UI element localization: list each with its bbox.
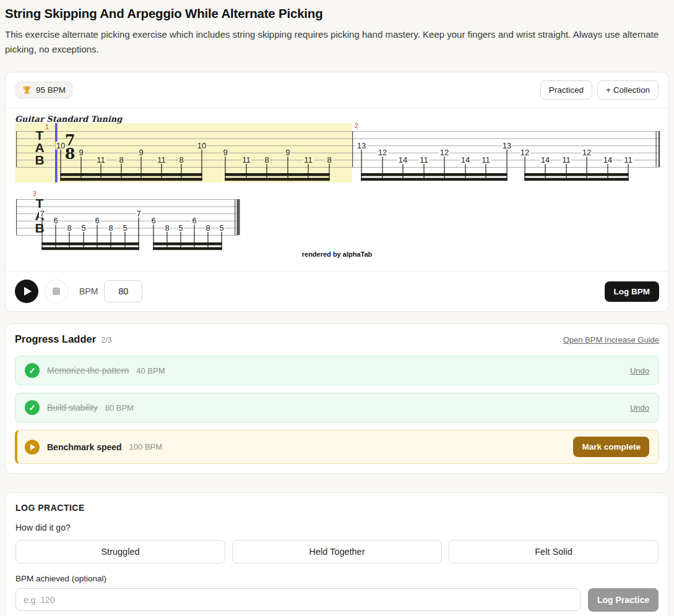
svg-text:14: 14 [541, 155, 550, 165]
ladder-progress-count: 2/3 [101, 336, 111, 344]
svg-text:14: 14 [603, 155, 612, 165]
svg-text:7: 7 [40, 209, 44, 218]
log-practice-title: LOG PRACTICE [15, 503, 659, 513]
svg-text:14: 14 [461, 155, 470, 165]
ladder-title: Progress Ladder [15, 333, 96, 345]
bpm-achieved-label: BPM achieved (optional) [15, 574, 659, 583]
progress-ladder-card: Progress Ladder 2/3 Open BPM Increase Gu… [5, 323, 669, 474]
best-bpm-value: 95 BPM [36, 85, 66, 95]
svg-text:11: 11 [242, 155, 251, 165]
svg-text:11: 11 [157, 155, 166, 165]
log-practice-question: How did it go? [15, 523, 659, 533]
svg-text:6: 6 [192, 216, 196, 225]
svg-text:12: 12 [582, 148, 591, 157]
log-practice-button[interactable]: Log Practice [588, 588, 659, 612]
svg-text:11: 11 [97, 155, 105, 165]
svg-text:12: 12 [521, 148, 529, 157]
option-felt-solid-button[interactable]: Felt Solid [449, 540, 659, 563]
svg-text:1: 1 [45, 123, 49, 130]
play-button[interactable] [15, 280, 38, 303]
step-label: Benchmark speed [47, 442, 122, 452]
svg-text:11: 11 [420, 155, 428, 165]
svg-text:9: 9 [285, 148, 290, 157]
svg-text:8: 8 [179, 155, 183, 165]
svg-text:8: 8 [65, 145, 76, 163]
svg-text:12: 12 [378, 148, 387, 157]
svg-text:3: 3 [33, 190, 37, 197]
svg-text:8: 8 [205, 223, 210, 233]
svg-text:6: 6 [151, 216, 155, 225]
svg-text:8: 8 [264, 155, 269, 165]
ladder-step: Benchmark speed100 BPMMark complete [15, 430, 659, 464]
svg-text:B: B [35, 153, 44, 167]
option-held-together-button[interactable]: Held Together [232, 540, 442, 563]
svg-text:11: 11 [482, 155, 490, 165]
log-practice-card: LOG PRACTICE How did it go? StruggledHel… [5, 492, 669, 616]
step-bpm: 40 BPM [136, 366, 165, 375]
undo-link[interactable]: Undo [630, 403, 649, 413]
svg-text:2: 2 [355, 122, 358, 129]
ladder-steps: ✓Memorize the pattern40 BPMUndo✓Build st… [15, 356, 659, 464]
player-header-actions: Practiced + Collection [540, 80, 659, 100]
tab-notation-region: Guitar Standard TuningTAB78TAB1109118911… [6, 108, 668, 271]
stop-button[interactable] [45, 280, 68, 303]
mark-complete-button[interactable]: Mark complete [573, 437, 649, 457]
player-controls: BPM Log BPM [6, 271, 668, 311]
step-bpm: 80 BPM [105, 403, 134, 413]
svg-text:13: 13 [357, 141, 366, 150]
check-icon: ✓ [25, 400, 40, 415]
svg-text:10: 10 [56, 141, 65, 150]
svg-text:B: B [35, 221, 44, 235]
svg-text:8: 8 [67, 223, 71, 233]
ladder-step: ✓Build stability80 BPMUndo [15, 393, 659, 422]
svg-text:6: 6 [53, 216, 58, 225]
svg-text:12: 12 [440, 148, 449, 157]
bpm-achieved-input[interactable] [15, 588, 581, 611]
bpm-label: BPM [79, 286, 98, 296]
stop-icon [53, 288, 60, 295]
svg-text:11: 11 [304, 155, 313, 165]
svg-text:8: 8 [327, 155, 331, 165]
svg-text:14: 14 [399, 155, 407, 165]
play-icon [24, 287, 32, 296]
svg-text:13: 13 [503, 141, 511, 150]
practiced-button[interactable]: Practiced [540, 80, 592, 100]
svg-text:11: 11 [624, 155, 633, 165]
player-card: 95 BPM Practiced + Collection Guitar Sta… [5, 72, 669, 312]
tab-notation: Guitar Standard TuningTAB78TAB1109118911… [15, 114, 662, 267]
page-title: String Skipping And Arpeggio While Alter… [5, 6, 669, 21]
svg-text:5: 5 [123, 223, 127, 233]
svg-text:11: 11 [562, 155, 571, 165]
player-card-header: 95 BPM Practiced + Collection [6, 72, 668, 108]
svg-text:8: 8 [165, 223, 169, 233]
bpm-input[interactable] [104, 280, 142, 302]
alphatab-credit: rendered by alphaTab [6, 250, 668, 258]
svg-text:9: 9 [223, 148, 227, 157]
svg-text:8: 8 [119, 155, 123, 165]
svg-text:Guitar Standard Tuning: Guitar Standard Tuning [15, 114, 123, 124]
option-struggled-button[interactable]: Struggled [15, 540, 225, 563]
rating-options: StruggledHeld TogetherFelt Solid [15, 540, 659, 563]
svg-text:6: 6 [95, 216, 99, 225]
svg-text:5: 5 [81, 223, 85, 233]
svg-text:10: 10 [197, 141, 206, 150]
svg-text:9: 9 [139, 148, 143, 157]
check-icon: ✓ [25, 363, 40, 378]
svg-text:5: 5 [178, 223, 183, 233]
step-label: Memorize the pattern [47, 366, 129, 375]
bpm-guide-link[interactable]: Open BPM Increase Guide [563, 335, 659, 344]
step-label: Build stability [47, 403, 98, 413]
svg-text:7: 7 [136, 209, 140, 218]
trophy-icon [22, 85, 32, 95]
ladder-header: Progress Ladder 2/3 Open BPM Increase Gu… [15, 333, 659, 345]
svg-text:5: 5 [219, 223, 223, 233]
log-bpm-button[interactable]: Log BPM [605, 281, 660, 302]
page-description: This exercise alternate picking exercise… [5, 27, 667, 57]
step-bpm: 100 BPM [129, 442, 162, 451]
ladder-step: ✓Memorize the pattern40 BPMUndo [15, 356, 659, 385]
play-step-icon [25, 440, 40, 455]
undo-link[interactable]: Undo [630, 366, 649, 375]
svg-text:9: 9 [79, 148, 83, 157]
bpm-achieved-row: Log Practice [15, 588, 659, 612]
add-collection-button[interactable]: + Collection [597, 80, 659, 100]
